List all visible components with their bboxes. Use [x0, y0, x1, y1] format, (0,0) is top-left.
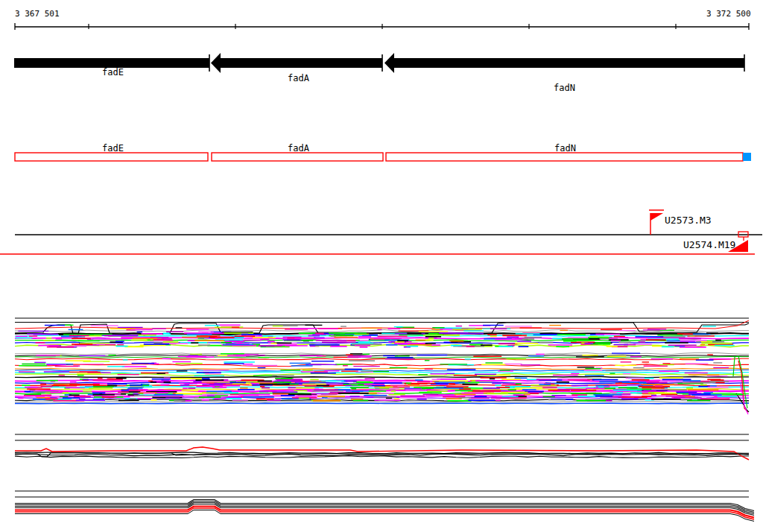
- flag-label-u2573-m3: U2573.M3: [665, 215, 712, 225]
- panel0-series-11: [15, 364, 749, 367]
- flag-triangle-u2573[interactable]: [650, 213, 663, 221]
- gene-label-fadN: fadN: [554, 83, 575, 92]
- gene-arrowhead-fadN[interactable]: [384, 53, 394, 73]
- outline-box-fadE[interactable]: [15, 153, 208, 161]
- panel0-series-8: [15, 355, 749, 356]
- panel0-series-27: [15, 402, 749, 402]
- ruler-start-coordinate: 3 367 501: [15, 10, 60, 18]
- panel0-series-12: [15, 368, 749, 370]
- panel0-series-28: [15, 403, 749, 404]
- panel1-series-2: [15, 456, 749, 458]
- panel1-series-1: [15, 454, 749, 455]
- blue-segment-box[interactable]: [743, 153, 751, 161]
- box-label-fadA: fadA: [288, 144, 309, 153]
- ruler-end-coordinate: 3 372 500: [706, 10, 751, 18]
- box-label-fadN: fadN: [554, 144, 576, 153]
- gene-bar-fadN[interactable]: [393, 58, 744, 68]
- panel0-series-16: [15, 376, 749, 378]
- genome-browser-view: 3 367 501 3 372 500 fadE fadA fadN fadE …: [0, 0, 763, 532]
- gene-label-fadE: fadE: [102, 68, 124, 77]
- panel0-series-14: [15, 372, 749, 374]
- outline-box-fadN[interactable]: [386, 153, 743, 161]
- outline-box-fadA[interactable]: [212, 153, 383, 161]
- gene-arrowhead-fadA[interactable]: [211, 53, 221, 73]
- gene-bar-fadA[interactable]: [220, 58, 382, 68]
- gene-label-fadA: fadA: [288, 74, 309, 83]
- flag-label-u2574-m19: U2574.M19: [683, 240, 735, 250]
- box-label-fadE: fadE: [102, 144, 124, 153]
- browser-canvas: [0, 0, 763, 532]
